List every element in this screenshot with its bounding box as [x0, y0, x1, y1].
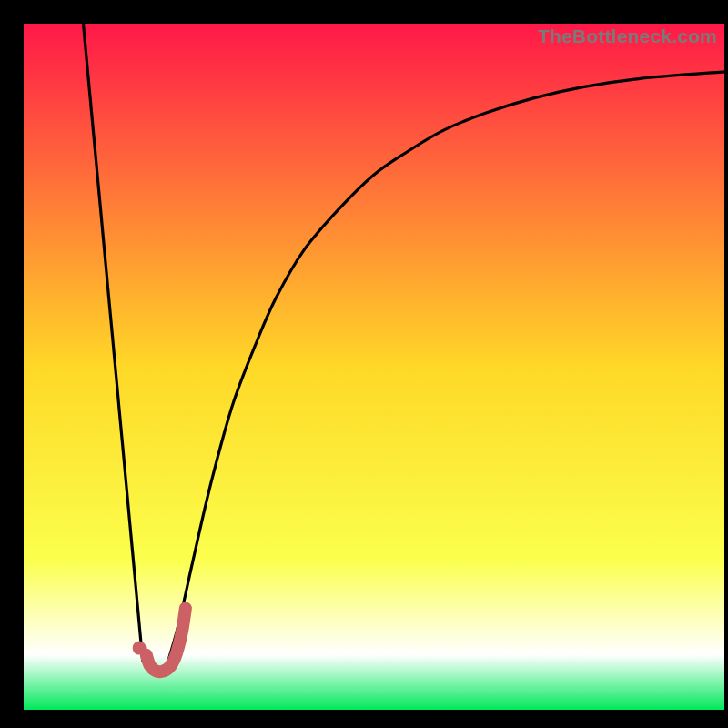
gradient-rect — [24, 24, 724, 710]
plot-area: TheBottleneck.com — [24, 24, 724, 710]
plot-svg — [24, 24, 724, 710]
chart-frame: TheBottleneck.com — [0, 0, 728, 728]
marker-dot — [133, 642, 147, 655]
